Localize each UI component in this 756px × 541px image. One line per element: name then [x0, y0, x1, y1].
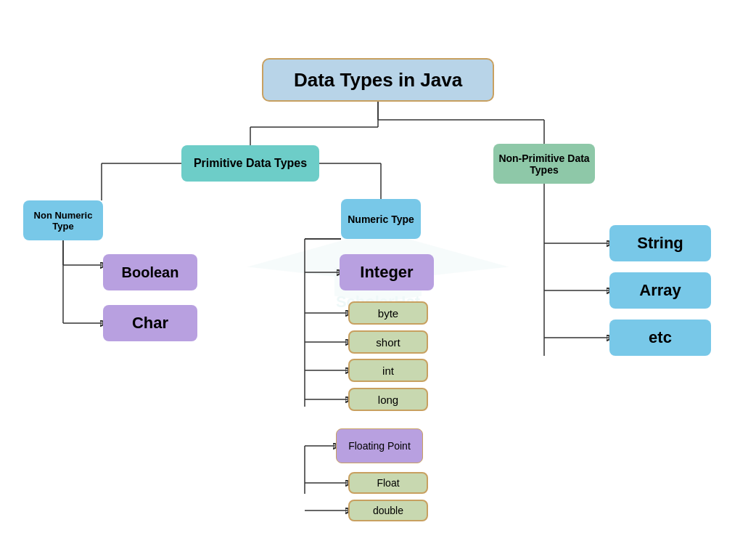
double-node: double [348, 500, 428, 521]
byte-node: byte [348, 301, 428, 325]
array-node: Array [609, 272, 711, 309]
long-label: long [378, 394, 398, 406]
char-label: Char [132, 314, 168, 333]
numeric-node: Numeric Type [341, 199, 421, 239]
short-node: short [348, 330, 428, 354]
nonprimitive-label: Non-Primitive Data Types [493, 152, 595, 176]
integer-label: Integer [360, 263, 413, 282]
integer-node: Integer [340, 254, 434, 290]
etc-node: etc [609, 320, 711, 356]
int-node: int [348, 359, 428, 382]
etc-label: etc [649, 328, 672, 347]
floating-label: Floating Point [348, 440, 411, 452]
string-node: String [609, 225, 711, 261]
boolean-node: Boolean [103, 254, 197, 290]
boolean-label: Boolean [122, 264, 179, 281]
float-label: Float [377, 477, 399, 489]
string-label: String [637, 234, 683, 253]
char-node: Char [103, 305, 197, 341]
primitive-node: Primitive Data Types [181, 145, 319, 182]
primitive-label: Primitive Data Types [194, 157, 307, 170]
short-label: short [376, 336, 400, 349]
nonprimitive-node: Non-Primitive Data Types [493, 144, 595, 184]
nonnumeric-node: Non Numeric Type [23, 200, 103, 240]
byte-label: byte [378, 307, 398, 320]
int-label: int [382, 365, 394, 377]
nonnumeric-label: Non Numeric Type [23, 210, 103, 232]
floating-node: Floating Point [336, 428, 423, 463]
root-node: Data Types in Java [262, 58, 494, 102]
root-label: Data Types in Java [294, 69, 462, 91]
double-label: double [373, 505, 403, 516]
long-node: long [348, 388, 428, 411]
float-node: Float [348, 472, 428, 494]
diagram: ScholarHat [0, 0, 756, 541]
numeric-label: Numeric Type [348, 213, 414, 225]
array-label: Array [639, 281, 681, 300]
